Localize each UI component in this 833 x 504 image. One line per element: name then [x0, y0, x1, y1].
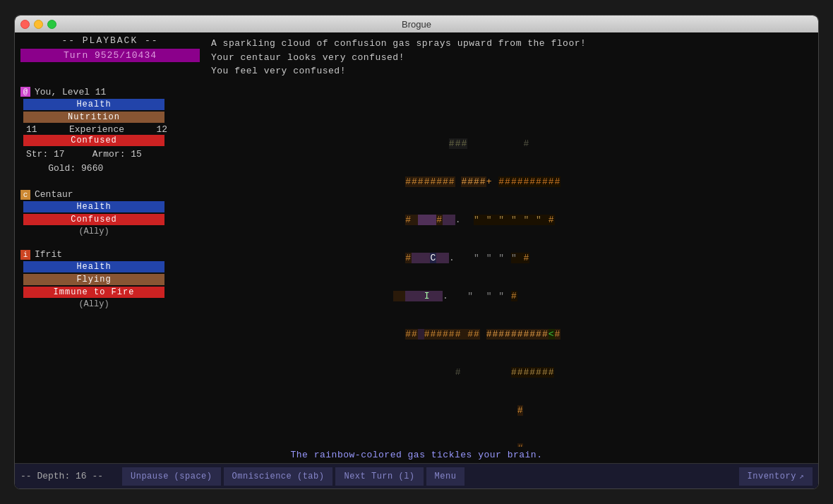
- inventory-arrow-icon: ↗: [799, 472, 804, 481]
- ifrit-ally-label: (Ally): [23, 299, 164, 309]
- player-panel: @ You, Level 11 Health Nutrition 11 Expe…: [20, 87, 200, 177]
- map-row-5: I . " " " #: [318, 277, 561, 316]
- ifrit-flying-bar: Flying: [23, 274, 164, 285]
- map-grid: ### # ######## ####+ ########## # # . " …: [318, 125, 561, 448]
- player-header: @ You, Level 11: [20, 87, 200, 97]
- centaur-name: Centaur: [35, 189, 73, 200]
- player-stats-str: Str: 17 Armor: 15: [26, 148, 200, 162]
- map-area: ### # ######## ####+ ########## # # . " …: [205, 83, 818, 448]
- centaur-health-bar: Health: [23, 201, 164, 212]
- ifrit-immune-bar: Immune to Fire: [23, 287, 164, 298]
- main-content: @ You, Level 11 Health Nutrition 11 Expe…: [15, 83, 818, 448]
- next-turn-button[interactable]: Next Turn (l): [335, 467, 423, 486]
- map-row-1: ### #: [318, 125, 561, 163]
- ifrit-icon: i: [20, 250, 30, 260]
- map-row-4: # C . " " " " #: [318, 239, 561, 277]
- ifrit-bars: Health Flying Immune to Fire (Ally): [23, 261, 200, 309]
- message-3: You feel very confused!: [211, 64, 813, 78]
- bottom-status: The rainbow-colored gas tickles your bra…: [15, 447, 818, 463]
- menu-button[interactable]: Menu: [426, 467, 465, 486]
- game-window: Brogue -- PLAYBACK -- Turn 9525/10434 A …: [14, 15, 819, 489]
- player-icon: @: [20, 87, 30, 97]
- status-message: The rainbow-colored gas tickles your bra…: [20, 450, 813, 460]
- centaur-icon: c: [20, 190, 30, 200]
- player-experience-line: 11 Experience 12: [26, 124, 167, 135]
- ifrit-name: Ifrit: [35, 249, 62, 260]
- inventory-button[interactable]: Inventory ↗: [739, 467, 813, 486]
- ifrit-panel: i Ifrit Health Flying Immune to Fire: [20, 249, 200, 309]
- title-bar: Brogue: [15, 16, 818, 32]
- map-row-6: ## ###### ## ##########<#: [318, 316, 561, 354]
- player-stats-gold: Gold: 9660: [26, 162, 200, 176]
- player-confused-bar: Confused: [23, 135, 164, 146]
- playback-label: -- PLAYBACK --: [20, 35, 200, 46]
- player-nutrition-bar: Nutrition: [23, 112, 164, 123]
- centaur-panel: c Centaur Health Confused (Ally): [20, 189, 200, 236]
- player-name: You, Level 11: [35, 87, 106, 97]
- message-2: Your centaur looks very confused!: [211, 51, 813, 65]
- player-bars: Health Nutrition 11 Experience 12 Confus…: [23, 99, 200, 177]
- sidebar: @ You, Level 11 Health Nutrition 11 Expe…: [15, 83, 205, 448]
- unpause-button[interactable]: Unpause (space): [122, 467, 221, 486]
- centaur-confused-bar: Confused: [23, 214, 164, 225]
- close-button[interactable]: [20, 20, 30, 29]
- window-title: Brogue: [402, 19, 431, 30]
- centaur-ally-label: (Ally): [23, 227, 164, 236]
- ifrit-health-bar: Health: [23, 261, 164, 272]
- map-row-9: #: [318, 430, 561, 448]
- map-row-2: ######## ####+ ##########: [318, 163, 561, 201]
- bottom-bar: -- Depth: 16 -- Unpause (space) Omniscie…: [15, 463, 818, 488]
- minimize-button[interactable]: [34, 20, 43, 29]
- map-row-8: #: [318, 392, 561, 430]
- messages-area: A sparkling cloud of confusion gas spray…: [205, 35, 818, 80]
- depth-label: -- Depth: 16 --: [20, 471, 119, 481]
- map-row-7: # #######: [318, 354, 561, 392]
- ifrit-header: i Ifrit: [20, 249, 200, 260]
- game-area: -- PLAYBACK -- Turn 9525/10434 A sparkli…: [15, 32, 818, 488]
- message-1: A sparkling cloud of confusion gas spray…: [211, 37, 813, 51]
- omniscience-button[interactable]: Omniscience (tab): [224, 467, 333, 486]
- map-row-3: # # . " " " " " " #: [318, 201, 561, 239]
- centaur-header: c Centaur: [20, 189, 200, 200]
- maximize-button[interactable]: [47, 20, 56, 29]
- turn-display: Turn 9525/10434: [20, 49, 200, 62]
- traffic-lights: [20, 20, 56, 29]
- player-health-bar: Health: [23, 99, 164, 110]
- centaur-bars: Health Confused (Ally): [23, 201, 200, 236]
